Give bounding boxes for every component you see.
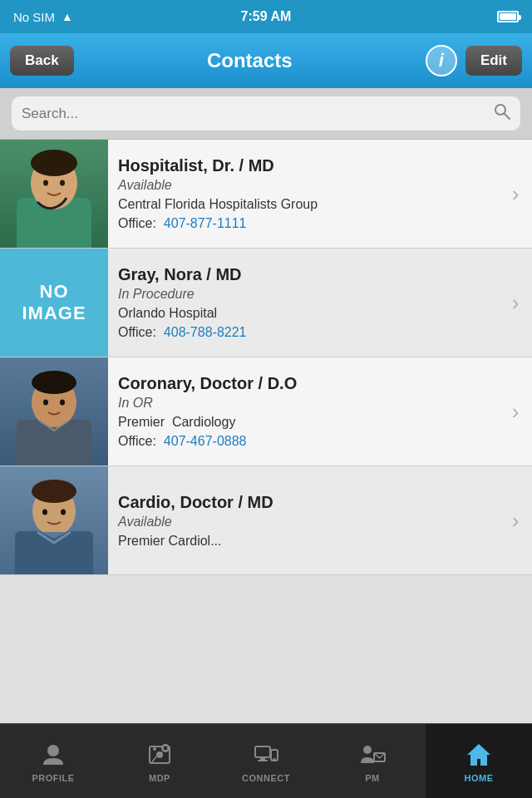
contact-status: Available: [118, 178, 489, 193]
contact-status: Available: [118, 515, 489, 530]
chevron-right-icon: ›: [499, 357, 532, 466]
contact-org: Premier Cardiol...: [118, 534, 489, 549]
phone-link[interactable]: 408-788-8221: [164, 325, 247, 339]
nav-bar: Back Contacts i Edit: [0, 33, 532, 88]
contact-avatar: [0, 140, 108, 248]
svg-point-20: [153, 747, 156, 751]
tab-home-label: HOME: [465, 773, 494, 783]
svg-point-32: [363, 746, 372, 754]
tab-bar: PROFILE MDP: [0, 723, 532, 798]
svg-point-15: [42, 510, 47, 515]
mdp-icon: [145, 740, 175, 770]
svg-rect-23: [165, 744, 166, 746]
svg-point-17: [47, 745, 59, 756]
contact-name: Coronary, Doctor / D.O: [118, 374, 489, 393]
tab-mdp-label: MDP: [149, 773, 170, 783]
search-wrapper: [12, 96, 520, 131]
svg-rect-26: [167, 747, 170, 749]
contact-org: Orlando Hospital: [118, 306, 489, 321]
contact-info: Coronary, Doctor / D.O In OR Premier Car…: [108, 357, 499, 466]
status-right: [497, 11, 519, 22]
status-time: 7:59 AM: [241, 9, 292, 24]
contact-avatar-placeholder: NOIMAGE: [0, 249, 108, 357]
page-title: Contacts: [207, 49, 293, 72]
svg-rect-27: [255, 746, 270, 757]
chevron-right-icon: ›: [499, 140, 532, 248]
svg-rect-28: [260, 757, 265, 760]
contact-phone: Office: 407-467-0888: [118, 434, 489, 449]
search-input[interactable]: [22, 106, 487, 122]
contact-name: Gray, Nora / MD: [118, 265, 489, 284]
svg-point-6: [60, 180, 65, 186]
tab-mdp[interactable]: MDP: [106, 724, 213, 798]
svg-point-9: [32, 371, 76, 394]
tab-connect[interactable]: CONNECT: [213, 724, 319, 798]
contact-info: Hospitalist, Dr. / MD Available Central …: [108, 140, 499, 248]
contact-item[interactable]: NOIMAGE Gray, Nora / MD In Procedure Orl…: [0, 249, 532, 357]
contact-avatar: [0, 357, 108, 466]
svg-point-11: [60, 400, 65, 406]
phone-link[interactable]: 407-877-1111: [164, 216, 247, 230]
edit-button[interactable]: Edit: [466, 46, 522, 76]
svg-point-0: [495, 105, 505, 115]
status-bar: No SIM ▲ 7:59 AM: [0, 0, 532, 33]
contact-status: In OR: [118, 396, 489, 411]
phone-link[interactable]: 407-467-0888: [164, 434, 247, 448]
search-bar: [0, 88, 532, 140]
svg-point-14: [32, 480, 76, 503]
info-button[interactable]: i: [426, 45, 457, 76]
contact-item[interactable]: Coronary, Doctor / D.O In OR Premier Car…: [0, 357, 532, 466]
contact-info: Gray, Nora / MD In Procedure Orlando Hos…: [108, 249, 499, 357]
chevron-right-icon: ›: [499, 466, 532, 574]
contact-name: Cardio, Doctor / MD: [118, 493, 489, 512]
tab-pm[interactable]: PM: [319, 724, 426, 798]
status-left: No SIM ▲: [13, 10, 73, 24]
svg-point-5: [43, 180, 48, 186]
svg-rect-29: [258, 760, 268, 761]
contact-info: Cardio, Doctor / MD Available Premier Ca…: [108, 466, 499, 574]
tab-pm-label: PM: [365, 773, 380, 783]
contact-phone: Office: 408-788-8221: [118, 325, 489, 340]
svg-marker-34: [467, 744, 490, 766]
carrier-label: No SIM: [13, 10, 55, 24]
tab-profile-label: PROFILE: [32, 773, 74, 783]
chevron-right-icon: ›: [499, 249, 532, 357]
battery-icon: [497, 11, 519, 22]
svg-point-22: [164, 746, 168, 750]
tab-connect-label: CONNECT: [242, 773, 290, 783]
contact-item[interactable]: Hospitalist, Dr. / MD Available Central …: [0, 140, 532, 249]
contact-item[interactable]: Cardio, Doctor / MD Available Premier Ca…: [0, 466, 532, 575]
svg-point-16: [61, 510, 66, 515]
svg-line-1: [505, 114, 510, 119]
svg-point-19: [156, 751, 163, 758]
wifi-icon: ▲: [62, 10, 73, 23]
home-icon: [464, 740, 494, 770]
pm-icon: [357, 740, 387, 770]
tab-profile[interactable]: PROFILE: [0, 724, 106, 798]
contact-name: Hospitalist, Dr. / MD: [118, 156, 489, 175]
contact-org: Central Florida Hospitalists Group: [118, 197, 489, 212]
nav-right-actions: i Edit: [426, 45, 522, 76]
svg-point-10: [43, 400, 48, 406]
contact-status: In Procedure: [118, 287, 489, 302]
contact-avatar: [0, 466, 108, 574]
back-button[interactable]: Back: [10, 46, 74, 76]
contact-org: Premier Cardiology: [118, 415, 489, 430]
svg-rect-24: [165, 750, 166, 752]
search-icon: [494, 103, 510, 124]
contact-list: Hospitalist, Dr. / MD Available Central …: [0, 140, 532, 728]
svg-point-4: [31, 150, 77, 176]
profile-icon: [38, 740, 68, 770]
no-image-label: NOIMAGE: [22, 281, 86, 325]
contact-phone: Office: 407-877-1111: [118, 216, 489, 231]
svg-rect-25: [161, 747, 164, 749]
tab-home[interactable]: HOME: [426, 724, 532, 798]
connect-icon: [251, 740, 281, 770]
